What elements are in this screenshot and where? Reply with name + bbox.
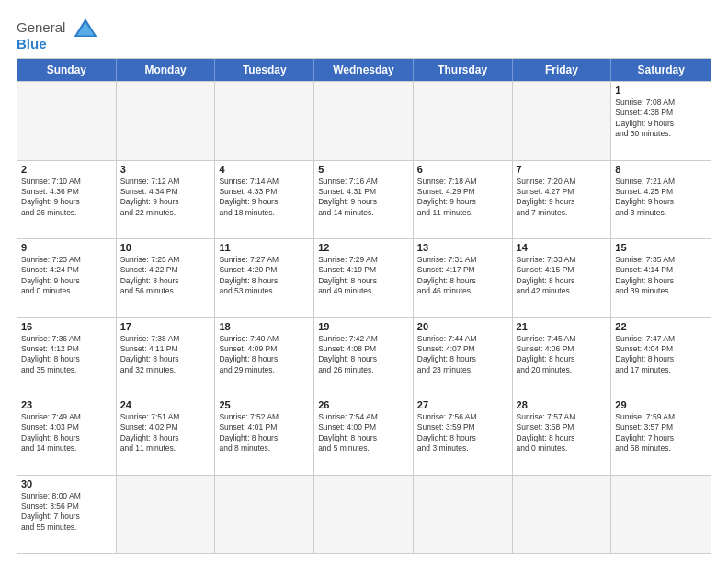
calendar-cell [17,82,117,160]
calendar-cell: 1Sunrise: 7:08 AM Sunset: 4:38 PM Daylig… [611,82,711,160]
day-number: 19 [318,321,409,332]
day-info: Sunrise: 7:27 AM Sunset: 4:20 PM Dayligh… [219,255,310,297]
header-day-tuesday: Tuesday [215,59,314,81]
day-info: Sunrise: 7:42 AM Sunset: 4:08 PM Dayligh… [318,334,409,376]
calendar-cell: 22Sunrise: 7:47 AM Sunset: 4:04 PM Dayli… [611,318,711,396]
day-number: 13 [417,242,508,253]
day-info: Sunrise: 7:18 AM Sunset: 4:29 PM Dayligh… [417,177,508,219]
calendar-cell: 15Sunrise: 7:35 AM Sunset: 4:14 PM Dayli… [611,239,711,317]
calendar-cell: 30Sunrise: 8:00 AM Sunset: 3:56 PM Dayli… [17,476,117,554]
calendar-cell [117,476,216,554]
calendar-cell: 10Sunrise: 7:25 AM Sunset: 4:22 PM Dayli… [117,239,216,317]
day-info: Sunrise: 7:20 AM Sunset: 4:27 PM Dayligh… [517,177,608,219]
day-info: Sunrise: 7:08 AM Sunset: 4:38 PM Dayligh… [615,98,707,140]
day-info: Sunrise: 7:35 AM Sunset: 4:14 PM Dayligh… [615,255,707,297]
calendar-cell: 4Sunrise: 7:14 AM Sunset: 4:33 PM Daylig… [215,161,314,239]
day-number: 12 [318,242,409,253]
calendar: SundayMondayTuesdayWednesdayThursdayFrid… [17,58,711,554]
calendar-cell [414,476,513,554]
day-number: 9 [21,242,112,253]
day-info: Sunrise: 7:21 AM Sunset: 4:25 PM Dayligh… [615,177,707,219]
calendar-cell: 27Sunrise: 7:56 AM Sunset: 3:59 PM Dayli… [414,396,513,475]
day-info: Sunrise: 7:47 AM Sunset: 4:04 PM Dayligh… [615,334,707,376]
calendar-week-2: 2Sunrise: 7:10 AM Sunset: 4:36 PM Daylig… [17,160,711,239]
day-info: Sunrise: 7:14 AM Sunset: 4:33 PM Dayligh… [219,177,310,219]
day-number: 17 [120,321,211,332]
calendar-cell [215,476,314,554]
calendar-cell [215,82,314,160]
day-number: 11 [219,242,310,253]
calendar-cell: 11Sunrise: 7:27 AM Sunset: 4:20 PM Dayli… [215,239,314,317]
day-number: 16 [21,321,112,332]
day-number: 14 [517,242,608,253]
day-number: 30 [21,478,112,489]
day-number: 26 [318,399,409,410]
day-number: 10 [120,242,211,253]
calendar-cell: 19Sunrise: 7:42 AM Sunset: 4:08 PM Dayli… [314,318,414,396]
calendar-cell: 29Sunrise: 7:59 AM Sunset: 3:57 PM Dayli… [611,396,711,475]
calendar-cell [414,82,513,160]
calendar-cell: 16Sunrise: 7:36 AM Sunset: 4:12 PM Dayli… [17,318,117,396]
day-number: 29 [615,399,707,410]
day-number: 15 [615,242,707,253]
calendar-cell [314,82,414,160]
calendar-header: SundayMondayTuesdayWednesdayThursdayFrid… [17,59,711,81]
day-info: Sunrise: 7:44 AM Sunset: 4:07 PM Dayligh… [417,334,508,376]
calendar-cell [117,82,216,160]
calendar-cell: 7Sunrise: 7:20 AM Sunset: 4:27 PM Daylig… [513,161,612,239]
calendar-cell: 3Sunrise: 7:12 AM Sunset: 4:34 PM Daylig… [117,161,216,239]
calendar-week-4: 16Sunrise: 7:36 AM Sunset: 4:12 PM Dayli… [17,317,711,396]
header-day-wednesday: Wednesday [314,59,414,81]
day-number: 23 [21,399,112,410]
day-info: Sunrise: 7:52 AM Sunset: 4:01 PM Dayligh… [219,412,310,454]
calendar-cell: 21Sunrise: 7:45 AM Sunset: 4:06 PM Dayli… [513,318,612,396]
calendar-cell: 12Sunrise: 7:29 AM Sunset: 4:19 PM Dayli… [314,239,414,317]
calendar-cell: 18Sunrise: 7:40 AM Sunset: 4:09 PM Dayli… [215,318,314,396]
logo: General Blue [17,18,98,51]
day-info: Sunrise: 7:33 AM Sunset: 4:15 PM Dayligh… [517,255,608,297]
calendar-week-6: 30Sunrise: 8:00 AM Sunset: 3:56 PM Dayli… [17,475,711,554]
calendar-cell: 14Sunrise: 7:33 AM Sunset: 4:15 PM Dayli… [513,239,612,317]
calendar-cell: 24Sunrise: 7:51 AM Sunset: 4:02 PM Dayli… [117,396,216,475]
header-day-saturday: Saturday [611,59,711,81]
day-number: 4 [219,164,310,175]
day-number: 5 [318,164,409,175]
day-info: Sunrise: 7:16 AM Sunset: 4:31 PM Dayligh… [318,177,409,219]
day-number: 7 [517,164,608,175]
day-number: 27 [417,399,508,410]
day-number: 2 [21,164,112,175]
day-info: Sunrise: 7:59 AM Sunset: 3:57 PM Dayligh… [615,412,707,454]
day-info: Sunrise: 7:40 AM Sunset: 4:09 PM Dayligh… [219,334,310,376]
calendar-cell: 5Sunrise: 7:16 AM Sunset: 4:31 PM Daylig… [314,161,414,239]
day-number: 22 [615,321,707,332]
calendar-cell: 23Sunrise: 7:49 AM Sunset: 4:03 PM Dayli… [17,396,117,475]
day-number: 3 [120,164,211,175]
day-info: Sunrise: 7:49 AM Sunset: 4:03 PM Dayligh… [21,412,112,454]
day-info: Sunrise: 7:29 AM Sunset: 4:19 PM Dayligh… [318,255,409,297]
calendar-cell: 6Sunrise: 7:18 AM Sunset: 4:29 PM Daylig… [414,161,513,239]
day-info: Sunrise: 7:25 AM Sunset: 4:22 PM Dayligh… [120,255,211,297]
day-number: 8 [615,164,707,175]
calendar-body: 1Sunrise: 7:08 AM Sunset: 4:38 PM Daylig… [17,81,711,553]
day-info: Sunrise: 7:38 AM Sunset: 4:11 PM Dayligh… [120,334,211,376]
calendar-cell [513,82,612,160]
page-header: General Blue [17,15,711,51]
header-day-thursday: Thursday [414,59,513,81]
header-day-friday: Friday [513,59,612,81]
day-info: Sunrise: 7:23 AM Sunset: 4:24 PM Dayligh… [21,255,112,297]
day-info: Sunrise: 7:57 AM Sunset: 3:58 PM Dayligh… [517,412,608,454]
calendar-cell: 28Sunrise: 7:57 AM Sunset: 3:58 PM Dayli… [513,396,612,475]
day-number: 20 [417,321,508,332]
day-info: Sunrise: 7:45 AM Sunset: 4:06 PM Dayligh… [517,334,608,376]
calendar-week-3: 9Sunrise: 7:23 AM Sunset: 4:24 PM Daylig… [17,238,711,317]
header-day-monday: Monday [117,59,216,81]
calendar-cell [314,476,414,554]
day-info: Sunrise: 7:31 AM Sunset: 4:17 PM Dayligh… [417,255,508,297]
calendar-week-1: 1Sunrise: 7:08 AM Sunset: 4:38 PM Daylig… [17,81,711,160]
calendar-cell: 2Sunrise: 7:10 AM Sunset: 4:36 PM Daylig… [17,161,117,239]
day-number: 1 [615,85,707,96]
day-info: Sunrise: 7:51 AM Sunset: 4:02 PM Dayligh… [120,412,211,454]
calendar-cell [611,476,711,554]
day-number: 21 [517,321,608,332]
day-info: Sunrise: 7:12 AM Sunset: 4:34 PM Dayligh… [120,177,211,219]
